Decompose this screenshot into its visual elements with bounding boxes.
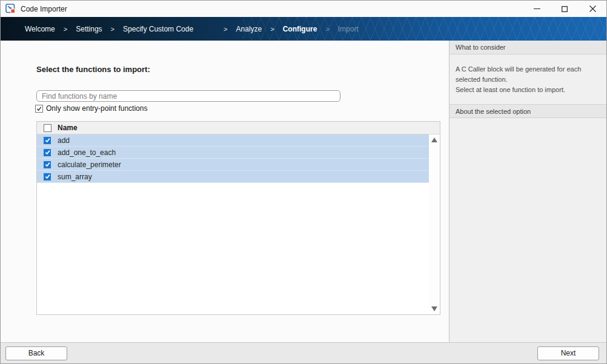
window-title: Code Importer [21, 5, 67, 13]
functions-table-header: Name [37, 122, 440, 134]
content-area: Select the functions to import: Only sho… [1, 41, 606, 342]
wizard-step-settings[interactable]: Settings [76, 25, 102, 33]
code-importer-window: Code Importer Welcome>Settings>Specify C… [0, 0, 607, 364]
select-all-checkbox[interactable] [44, 124, 51, 132]
wizard-step-configure[interactable]: Configure [283, 25, 317, 33]
window-controls [523, 1, 606, 17]
back-button[interactable]: Back [5, 346, 67, 360]
footer-bar: Back Next [1, 342, 606, 363]
maximize-button[interactable] [551, 1, 579, 17]
sidebar-section-title: What to consider [449, 41, 606, 55]
sidebar-section-body: A C Caller block will be generated for e… [449, 55, 606, 104]
step-separator-icon: > [111, 25, 114, 33]
sidebar-section-body [449, 118, 606, 136]
function-checkbox[interactable] [44, 149, 51, 156]
sidebar-text-line: Select at least one function to import. [456, 85, 600, 95]
app-icon [5, 4, 16, 14]
step-separator-icon: > [224, 25, 227, 33]
wizard-step-bar: Welcome>Settings>Specify Custom Code>Ana… [1, 17, 606, 41]
function-name: add [58, 136, 70, 145]
scroll-up-icon[interactable] [431, 137, 437, 142]
name-column-header: Name [58, 124, 78, 132]
step-separator-icon: > [64, 25, 67, 33]
titlebar: Code Importer [1, 1, 606, 17]
table-scrollbar[interactable] [429, 134, 440, 314]
next-button[interactable]: Next [537, 346, 599, 360]
wizard-step-specify-custom-code[interactable]: Specify Custom Code [123, 25, 193, 33]
step-separator-icon: > [325, 25, 329, 33]
entry-point-filter[interactable]: Only show entry-point functions [35, 104, 147, 113]
table-row[interactable]: add [37, 134, 429, 147]
functions-table-body: addadd_one_to_eachcalculate_perimetersum… [37, 134, 440, 314]
wizard-step-analyze[interactable]: Analyze [236, 25, 262, 33]
table-row[interactable]: sum_array [37, 171, 429, 183]
wizard-step-import[interactable]: Import [338, 25, 359, 33]
entry-point-checkbox-label[interactable]: Only show entry-point functions [46, 104, 147, 113]
function-checkbox[interactable] [44, 161, 51, 168]
function-name: calculate_perimeter [58, 160, 121, 169]
functions-table: Name addadd_one_to_eachcalculate_perimet… [36, 121, 440, 315]
table-row[interactable]: calculate_perimeter [37, 159, 429, 171]
scroll-down-icon[interactable] [431, 306, 437, 311]
entry-point-checkbox[interactable] [35, 105, 43, 113]
table-row[interactable]: add_one_to_each [37, 147, 429, 159]
page-title: Select the functions to import: [36, 65, 449, 74]
close-button[interactable] [579, 1, 606, 17]
sidebar-text-line: A C Caller block will be generated for e… [456, 64, 600, 85]
minimize-button[interactable] [523, 1, 551, 17]
function-name: add_one_to_each [58, 148, 116, 157]
function-checkbox[interactable] [44, 137, 51, 144]
wizard-step-welcome[interactable]: Welcome [25, 25, 55, 33]
search-input[interactable] [36, 90, 340, 102]
function-checkbox[interactable] [44, 173, 51, 180]
sidebar-section-title: About the selected option [449, 104, 606, 118]
help-sidebar: What to considerA C Caller block will be… [449, 41, 606, 342]
function-name: sum_array [58, 173, 92, 181]
main-panel: Select the functions to import: Only sho… [1, 41, 449, 342]
step-separator-icon: > [270, 25, 274, 33]
